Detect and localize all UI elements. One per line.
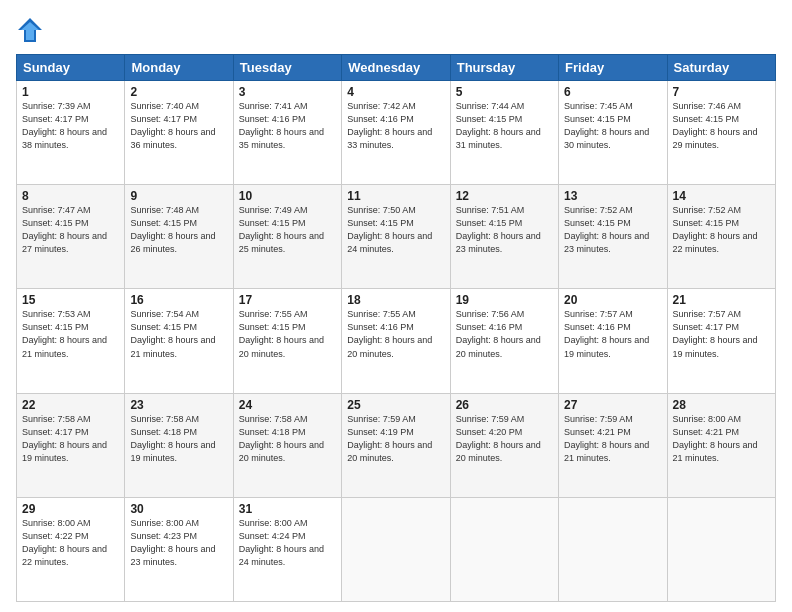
day-info: Sunrise: 7:59 AMSunset: 4:20 PMDaylight:… [456, 413, 553, 465]
day-info: Sunrise: 8:00 AMSunset: 4:24 PMDaylight:… [239, 517, 336, 569]
day-info: Sunrise: 7:40 AMSunset: 4:17 PMDaylight:… [130, 100, 227, 152]
calendar-cell: 15Sunrise: 7:53 AMSunset: 4:15 PMDayligh… [17, 289, 125, 393]
weekday-header-saturday: Saturday [667, 55, 775, 81]
calendar-cell [559, 497, 667, 601]
day-number: 5 [456, 85, 553, 99]
day-number: 6 [564, 85, 661, 99]
day-number: 22 [22, 398, 119, 412]
calendar-cell: 9Sunrise: 7:48 AMSunset: 4:15 PMDaylight… [125, 185, 233, 289]
calendar-cell: 18Sunrise: 7:55 AMSunset: 4:16 PMDayligh… [342, 289, 450, 393]
day-info: Sunrise: 7:48 AMSunset: 4:15 PMDaylight:… [130, 204, 227, 256]
day-info: Sunrise: 7:54 AMSunset: 4:15 PMDaylight:… [130, 308, 227, 360]
calendar-cell: 27Sunrise: 7:59 AMSunset: 4:21 PMDayligh… [559, 393, 667, 497]
day-number: 10 [239, 189, 336, 203]
day-info: Sunrise: 7:55 AMSunset: 4:15 PMDaylight:… [239, 308, 336, 360]
calendar-cell: 30Sunrise: 8:00 AMSunset: 4:23 PMDayligh… [125, 497, 233, 601]
day-info: Sunrise: 8:00 AMSunset: 4:22 PMDaylight:… [22, 517, 119, 569]
calendar-cell: 8Sunrise: 7:47 AMSunset: 4:15 PMDaylight… [17, 185, 125, 289]
day-number: 23 [130, 398, 227, 412]
day-number: 17 [239, 293, 336, 307]
calendar-cell: 14Sunrise: 7:52 AMSunset: 4:15 PMDayligh… [667, 185, 775, 289]
day-info: Sunrise: 7:55 AMSunset: 4:16 PMDaylight:… [347, 308, 444, 360]
day-info: Sunrise: 8:00 AMSunset: 4:21 PMDaylight:… [673, 413, 770, 465]
calendar-cell: 2Sunrise: 7:40 AMSunset: 4:17 PMDaylight… [125, 81, 233, 185]
day-number: 1 [22, 85, 119, 99]
day-info: Sunrise: 8:00 AMSunset: 4:23 PMDaylight:… [130, 517, 227, 569]
day-info: Sunrise: 7:59 AMSunset: 4:19 PMDaylight:… [347, 413, 444, 465]
calendar-cell: 24Sunrise: 7:58 AMSunset: 4:18 PMDayligh… [233, 393, 341, 497]
day-number: 13 [564, 189, 661, 203]
calendar-cell: 17Sunrise: 7:55 AMSunset: 4:15 PMDayligh… [233, 289, 341, 393]
day-number: 18 [347, 293, 444, 307]
day-info: Sunrise: 7:52 AMSunset: 4:15 PMDaylight:… [673, 204, 770, 256]
calendar-cell: 11Sunrise: 7:50 AMSunset: 4:15 PMDayligh… [342, 185, 450, 289]
weekday-header-tuesday: Tuesday [233, 55, 341, 81]
day-number: 9 [130, 189, 227, 203]
calendar-cell [342, 497, 450, 601]
day-number: 16 [130, 293, 227, 307]
calendar-cell: 13Sunrise: 7:52 AMSunset: 4:15 PMDayligh… [559, 185, 667, 289]
day-info: Sunrise: 7:46 AMSunset: 4:15 PMDaylight:… [673, 100, 770, 152]
day-info: Sunrise: 7:51 AMSunset: 4:15 PMDaylight:… [456, 204, 553, 256]
calendar-cell: 4Sunrise: 7:42 AMSunset: 4:16 PMDaylight… [342, 81, 450, 185]
calendar-cell: 10Sunrise: 7:49 AMSunset: 4:15 PMDayligh… [233, 185, 341, 289]
calendar-week-4: 22Sunrise: 7:58 AMSunset: 4:17 PMDayligh… [17, 393, 776, 497]
day-info: Sunrise: 7:59 AMSunset: 4:21 PMDaylight:… [564, 413, 661, 465]
day-info: Sunrise: 7:44 AMSunset: 4:15 PMDaylight:… [456, 100, 553, 152]
calendar-week-3: 15Sunrise: 7:53 AMSunset: 4:15 PMDayligh… [17, 289, 776, 393]
day-number: 30 [130, 502, 227, 516]
day-number: 12 [456, 189, 553, 203]
calendar-cell: 26Sunrise: 7:59 AMSunset: 4:20 PMDayligh… [450, 393, 558, 497]
calendar-cell: 19Sunrise: 7:56 AMSunset: 4:16 PMDayligh… [450, 289, 558, 393]
day-info: Sunrise: 7:58 AMSunset: 4:18 PMDaylight:… [130, 413, 227, 465]
calendar-cell: 6Sunrise: 7:45 AMSunset: 4:15 PMDaylight… [559, 81, 667, 185]
day-number: 7 [673, 85, 770, 99]
day-info: Sunrise: 7:45 AMSunset: 4:15 PMDaylight:… [564, 100, 661, 152]
day-number: 28 [673, 398, 770, 412]
day-number: 27 [564, 398, 661, 412]
calendar-cell: 12Sunrise: 7:51 AMSunset: 4:15 PMDayligh… [450, 185, 558, 289]
calendar-cell: 7Sunrise: 7:46 AMSunset: 4:15 PMDaylight… [667, 81, 775, 185]
calendar-table: SundayMondayTuesdayWednesdayThursdayFrid… [16, 54, 776, 602]
day-number: 29 [22, 502, 119, 516]
day-number: 2 [130, 85, 227, 99]
weekday-header-wednesday: Wednesday [342, 55, 450, 81]
day-info: Sunrise: 7:57 AMSunset: 4:16 PMDaylight:… [564, 308, 661, 360]
day-info: Sunrise: 7:58 AMSunset: 4:17 PMDaylight:… [22, 413, 119, 465]
day-number: 4 [347, 85, 444, 99]
day-info: Sunrise: 7:52 AMSunset: 4:15 PMDaylight:… [564, 204, 661, 256]
calendar-cell: 3Sunrise: 7:41 AMSunset: 4:16 PMDaylight… [233, 81, 341, 185]
calendar-cell: 1Sunrise: 7:39 AMSunset: 4:17 PMDaylight… [17, 81, 125, 185]
day-info: Sunrise: 7:41 AMSunset: 4:16 PMDaylight:… [239, 100, 336, 152]
calendar-header-row: SundayMondayTuesdayWednesdayThursdayFrid… [17, 55, 776, 81]
weekday-header-thursday: Thursday [450, 55, 558, 81]
day-info: Sunrise: 7:57 AMSunset: 4:17 PMDaylight:… [673, 308, 770, 360]
calendar-cell: 23Sunrise: 7:58 AMSunset: 4:18 PMDayligh… [125, 393, 233, 497]
day-number: 8 [22, 189, 119, 203]
day-info: Sunrise: 7:50 AMSunset: 4:15 PMDaylight:… [347, 204, 444, 256]
calendar-week-2: 8Sunrise: 7:47 AMSunset: 4:15 PMDaylight… [17, 185, 776, 289]
header [16, 16, 776, 44]
logo [16, 16, 48, 44]
weekday-header-friday: Friday [559, 55, 667, 81]
calendar-cell [667, 497, 775, 601]
day-number: 3 [239, 85, 336, 99]
logo-icon [16, 16, 44, 44]
calendar-cell: 29Sunrise: 8:00 AMSunset: 4:22 PMDayligh… [17, 497, 125, 601]
calendar-cell: 25Sunrise: 7:59 AMSunset: 4:19 PMDayligh… [342, 393, 450, 497]
day-number: 24 [239, 398, 336, 412]
calendar-week-5: 29Sunrise: 8:00 AMSunset: 4:22 PMDayligh… [17, 497, 776, 601]
day-number: 15 [22, 293, 119, 307]
day-number: 25 [347, 398, 444, 412]
calendar-cell: 28Sunrise: 8:00 AMSunset: 4:21 PMDayligh… [667, 393, 775, 497]
day-info: Sunrise: 7:49 AMSunset: 4:15 PMDaylight:… [239, 204, 336, 256]
day-number: 31 [239, 502, 336, 516]
day-number: 26 [456, 398, 553, 412]
calendar-cell: 16Sunrise: 7:54 AMSunset: 4:15 PMDayligh… [125, 289, 233, 393]
day-number: 21 [673, 293, 770, 307]
calendar-week-1: 1Sunrise: 7:39 AMSunset: 4:17 PMDaylight… [17, 81, 776, 185]
calendar-cell: 22Sunrise: 7:58 AMSunset: 4:17 PMDayligh… [17, 393, 125, 497]
calendar-cell: 20Sunrise: 7:57 AMSunset: 4:16 PMDayligh… [559, 289, 667, 393]
day-number: 11 [347, 189, 444, 203]
day-info: Sunrise: 7:47 AMSunset: 4:15 PMDaylight:… [22, 204, 119, 256]
